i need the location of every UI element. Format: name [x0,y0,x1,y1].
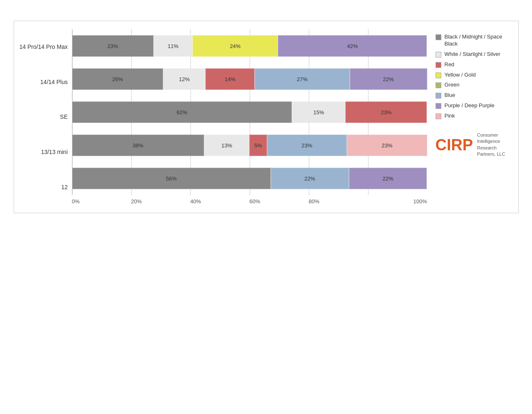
x-tick-0: 0% [72,198,131,205]
legend-swatch-2 [436,62,441,68]
bar-segment-1-3: 27% [255,68,349,90]
bar-segment-0-1: 11% [154,35,193,57]
legend-swatch-6 [436,103,441,109]
bar-row-1: 26%12%14%27%22% [72,68,427,90]
bar-row-4: 56%22%22% [72,168,427,189]
legend-item-7: Pink [436,113,514,120]
x-tick-3: 60% [250,198,309,205]
cirp-abbr: CIRP [436,137,473,153]
bar-row-3: 38%13%5%23%23% [72,135,427,156]
y-label-0: 14 Pro/14 Pro Max [18,43,68,50]
x-tick-2: 40% [190,198,250,205]
legend-item-5: Blue [436,92,514,99]
bar-row-0: 23%11%24%42% [72,35,427,57]
chart-right: Black / Midnight / Space BlackWhite / St… [427,29,514,205]
legend-swatch-4 [436,82,441,88]
legend-label-5: Blue [445,92,455,99]
cirp-logo: CIRP Consumer Intelligence Research Part… [436,132,514,158]
y-label-1: 14/14 Plus [18,79,68,85]
legend-label-7: Pink [445,113,455,120]
legend-item-3: Yellow / Gold [436,72,514,79]
chart-outer: 14 Pro/14 Pro Max14/14 PlusSE13/13 mini1… [14,21,519,213]
chart-middle: 23%11%24%42%26%12%14%27%22%62%15%23%38%1… [72,29,427,205]
x-tick-4: 80% [309,198,368,205]
page-container: 14 Pro/14 Pro Max14/14 PlusSE13/13 mini1… [14,12,519,213]
bar-row-2: 62%15%23% [72,101,427,123]
bar-segment-0-2: 24% [193,35,278,57]
bar-segment-3-1: 13% [204,135,249,156]
x-tick-1: 20% [131,198,190,205]
bar-segment-1-4: 22% [350,68,427,90]
bar-segment-1-1: 12% [163,68,205,90]
legend-item-0: Black / Midnight / Space Black [436,34,514,48]
legend-swatch-0 [436,34,441,40]
bar-segment-4-0: 56% [72,168,271,189]
y-label-2: SE [18,113,68,120]
bar-segment-4-1: 22% [271,168,349,189]
y-label-3: 13/13 mini [18,149,68,155]
bar-segment-4-2: 22% [349,168,427,189]
bar-segment-0-0: 23% [72,35,154,57]
legend-item-6: Purple / Deep Purple [436,102,514,109]
bar-segment-3-4: 23% [347,135,427,156]
legend-swatch-5 [436,93,441,99]
legend-item-1: White / Starlight / Silver [436,51,514,58]
legend-label-0: Black / Midnight / Space Black [445,34,514,48]
legend-label-4: Green [445,82,460,89]
legend-swatch-7 [436,113,441,119]
legend-label-2: Red [445,61,455,68]
bar-segment-3-2: 5% [249,135,267,156]
x-tick-5: 100% [368,198,427,205]
legend-item-4: Green [436,82,514,89]
legend-label-6: Purple / Deep Purple [445,102,495,109]
bar-segment-2-2: 23% [345,101,427,123]
bar-segment-1-2: 14% [205,68,255,90]
legend-label-1: White / Starlight / Silver [445,51,501,58]
bar-segment-3-3: 23% [267,135,347,156]
bar-segment-3-0: 38% [72,135,205,156]
bar-segment-2-0: 62% [72,101,292,123]
bar-segment-1-0: 26% [72,68,164,90]
legend-label-3: Yellow / Gold [445,72,476,79]
cirp-text: Consumer Intelligence Research Partners,… [477,132,505,158]
chart-area: 14 Pro/14 Pro Max14/14 PlusSE13/13 mini1… [18,29,514,205]
bar-segment-0-3: 42% [278,35,427,57]
legend-item-2: Red [436,61,514,68]
legend-swatch-1 [436,52,441,58]
y-axis-labels: 14 Pro/14 Pro Max14/14 PlusSE13/13 mini1… [18,29,72,205]
y-label-4: 12 [18,184,68,190]
bar-segment-2-1: 15% [292,101,345,123]
legend-swatch-3 [436,72,441,78]
